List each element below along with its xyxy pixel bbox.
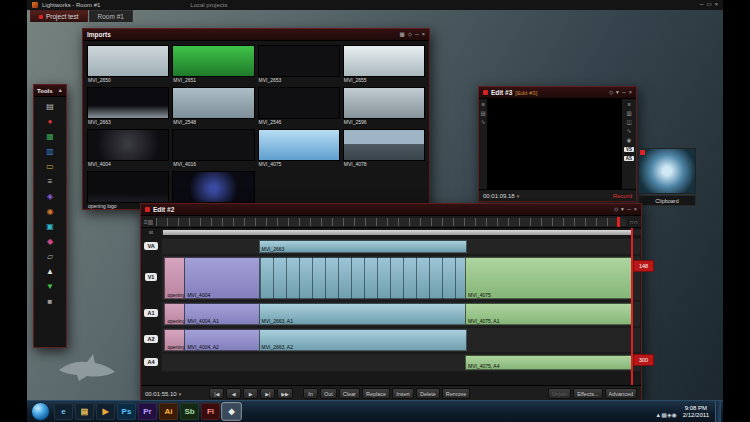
tool-icon[interactable]: ≡: [481, 101, 484, 107]
window-control[interactable]: ▦: [399, 32, 404, 38]
tool-button[interactable]: ▱: [40, 249, 60, 264]
edit3-titlebar[interactable]: Edit #3 [Edit #3] ◇▾─×: [479, 87, 636, 99]
tool-button[interactable]: ◈: [40, 189, 60, 204]
timeline-clip[interactable]: MVI_2663: [259, 240, 467, 253]
timeline-clip[interactable]: MVI_4004, A1: [184, 303, 260, 325]
import-clip[interactable]: MVI_2596: [343, 87, 425, 126]
timeline-clip[interactable]: opening: [164, 257, 185, 299]
tool-icon[interactable]: ∿: [481, 119, 486, 125]
tool-button[interactable]: ◆: [40, 234, 60, 249]
window-control[interactable]: ◇: [609, 90, 613, 96]
collapse-icon[interactable]: ▲: [58, 88, 63, 94]
start-button[interactable]: [31, 402, 50, 421]
track-header[interactable]: A1: [141, 301, 161, 325]
edit-button[interactable]: Delete: [416, 388, 440, 399]
edit-button[interactable]: In: [303, 388, 318, 399]
tray-icon[interactable]: ◉: [672, 412, 677, 418]
import-clip[interactable]: MVI_2651: [172, 45, 254, 84]
app-window-control[interactable]: ─: [700, 2, 704, 8]
tool-button[interactable]: ▼: [40, 279, 60, 294]
import-clip[interactable]: MVI_4075: [258, 129, 340, 168]
edit-button[interactable]: Remove: [442, 388, 470, 399]
tool-button[interactable]: ≡: [40, 174, 60, 189]
timeline-ruler[interactable]: [156, 218, 626, 226]
imports-titlebar[interactable]: Imports ▦◇─×: [83, 29, 429, 41]
import-clip[interactable]: MVI_4004: [87, 129, 169, 168]
app-window-control[interactable]: ▭: [707, 2, 712, 8]
timeline-clip[interactable]: MVI_2663, A1: [259, 303, 467, 325]
timeline-clip[interactable]: MVI_4075: [465, 257, 632, 299]
window-control[interactable]: ×: [634, 207, 637, 213]
window-control[interactable]: ×: [629, 90, 632, 96]
timeline-marker[interactable]: 300: [633, 354, 654, 366]
tool-button[interactable]: ▲: [40, 264, 60, 279]
edit-button[interactable]: Out: [320, 388, 337, 399]
transport-button[interactable]: ▶|: [260, 388, 275, 399]
timeline-clip[interactable]: MVI_2663, A2: [259, 329, 467, 351]
timeline-clip[interactable]: MVI_4004, A2: [184, 329, 260, 351]
window-control[interactable]: ◇: [614, 207, 618, 213]
action-button[interactable]: Advanced: [605, 388, 637, 399]
action-button[interactable]: Unjoin: [548, 388, 572, 399]
track-lane[interactable]: MVI_2663: [161, 238, 641, 255]
taskbar-lightworks-icon[interactable]: ◆: [222, 403, 241, 420]
timeline-clip[interactable]: opening: [164, 329, 185, 351]
taskbar-ie-icon[interactable]: e: [54, 403, 73, 420]
window-control[interactable]: ─: [415, 32, 419, 38]
import-clip[interactable]: MVI_2650: [87, 45, 169, 84]
track-header[interactable]: V1: [141, 255, 161, 299]
show-desktop-button[interactable]: [715, 401, 721, 422]
transport-button[interactable]: ◀: [226, 388, 241, 399]
track-lane[interactable]: openingMVI_4004, A2MVI_2663, A2: [161, 327, 641, 353]
tool-button[interactable]: ◉: [40, 204, 60, 219]
window-control[interactable]: ◇: [408, 32, 412, 38]
taskbar-media-player-icon[interactable]: ▶: [96, 403, 115, 420]
import-clip[interactable]: MVI_4078: [343, 129, 425, 168]
timeline-clip[interactable]: MVI_4004: [184, 257, 260, 299]
edit-button[interactable]: Clear: [339, 388, 360, 399]
tool-icon[interactable]: ▤: [480, 110, 485, 116]
clipboard-thumbnail[interactable]: [638, 148, 696, 194]
transport-button[interactable]: ▶: [243, 388, 258, 399]
record-label[interactable]: Record: [613, 193, 632, 199]
window-control[interactable]: ─: [622, 90, 626, 96]
edit3-viewer[interactable]: [487, 99, 621, 189]
timeline-clip[interactable]: [259, 257, 467, 299]
import-clip[interactable]: MVI_2653: [258, 45, 340, 84]
tool-icon[interactable]: ≡: [627, 101, 630, 107]
taskbar-folder-icon[interactable]: ▤: [75, 403, 94, 420]
timeline-timecode[interactable]: 00:01:55.10: [145, 391, 177, 397]
taskbar-premiere-icon[interactable]: Pr: [138, 403, 157, 420]
taskbar-flash-icon[interactable]: Fl: [201, 403, 220, 420]
import-clip[interactable]: MVI_2655: [343, 45, 425, 84]
edit-button[interactable]: Insert: [392, 388, 414, 399]
tool-button[interactable]: ▣: [40, 219, 60, 234]
timeline-clip[interactable]: MVI_4075, A1: [465, 303, 632, 325]
edit-button[interactable]: Replace: [362, 388, 390, 399]
headphones-icon[interactable]: ∩∩: [629, 219, 638, 225]
taskbar-soundbooth-icon[interactable]: Sb: [180, 403, 199, 420]
clock[interactable]: 9:08 PM 2/12/2011: [680, 405, 712, 419]
tool-icon[interactable]: ∿: [627, 128, 632, 134]
sync-track-lane[interactable]: [161, 230, 641, 235]
track-lane[interactable]: MVI_4075, A4: [161, 353, 641, 372]
timeline-clip[interactable]: MVI_4075, A4: [465, 355, 632, 370]
tool-button[interactable]: ▥: [40, 144, 60, 159]
tool-button[interactable]: ▤: [40, 99, 60, 114]
track-lane[interactable]: openingMVI_4004MVI_4075: [161, 255, 641, 301]
window-control[interactable]: ×: [422, 32, 425, 38]
playhead-top[interactable]: [617, 217, 620, 227]
track-header[interactable]: A4: [141, 353, 161, 370]
timeline-titlebar[interactable]: Edit #2 ◇▾─×: [141, 204, 641, 216]
track-lane[interactable]: openingMVI_4004, A1MVI_2663, A1MVI_4075,…: [161, 301, 641, 327]
timecode-caret-icon[interactable]: ▾: [517, 193, 520, 199]
window-control[interactable]: ─: [627, 207, 631, 213]
timeline-clip[interactable]: opening: [164, 303, 185, 325]
import-clip[interactable]: MVI_2548: [172, 87, 254, 126]
tool-icon[interactable]: ◉: [627, 137, 632, 143]
edit3-timecode[interactable]: 00:01:09.18: [483, 193, 515, 199]
tool-button[interactable]: ●: [40, 114, 60, 129]
tab-room-1[interactable]: Room #1: [89, 10, 133, 22]
app-window-control[interactable]: ×: [715, 2, 718, 8]
track-header[interactable]: VA: [141, 238, 161, 253]
